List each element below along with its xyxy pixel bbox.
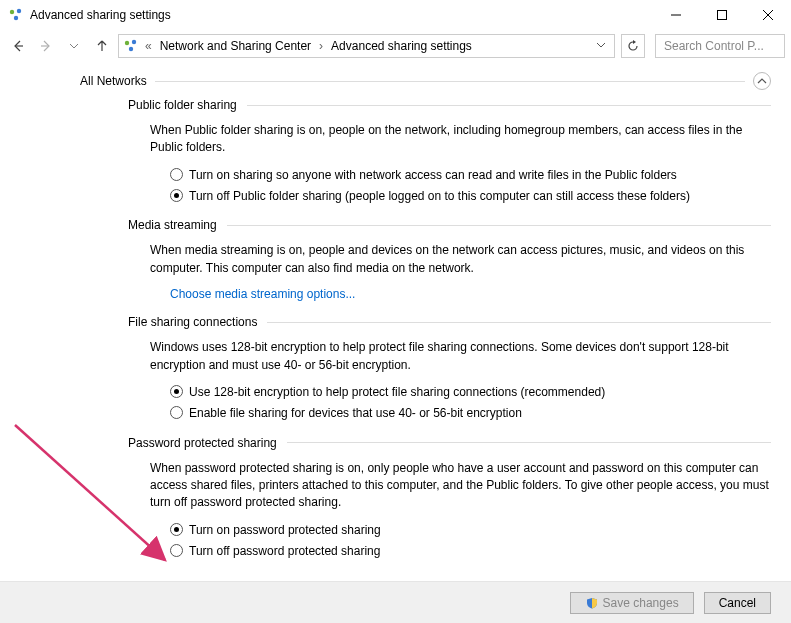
refresh-button[interactable] bbox=[621, 34, 645, 58]
save-changes-button[interactable]: Save changes bbox=[570, 592, 694, 614]
description-text: Windows uses 128-bit encryption to help … bbox=[150, 339, 771, 374]
radio-label: Use 128-bit encryption to help protect f… bbox=[189, 384, 605, 401]
network-icon bbox=[8, 7, 24, 23]
subsection-header: Media streaming bbox=[128, 218, 217, 232]
search-input[interactable] bbox=[662, 38, 778, 54]
breadcrumb-separator: › bbox=[317, 39, 325, 53]
divider bbox=[227, 225, 771, 226]
address-bar[interactable]: « Network and Sharing Center › Advanced … bbox=[118, 34, 615, 58]
cancel-button[interactable]: Cancel bbox=[704, 592, 771, 614]
radio-4056bit[interactable]: Enable file sharing for devices that use… bbox=[170, 405, 771, 422]
svg-point-1 bbox=[17, 9, 21, 13]
up-button[interactable] bbox=[90, 34, 114, 58]
section-label: All Networks bbox=[80, 74, 147, 88]
radio-icon bbox=[170, 168, 183, 181]
radio-icon bbox=[170, 406, 183, 419]
footer: Save changes Cancel bbox=[0, 581, 791, 623]
search-box[interactable] bbox=[655, 34, 785, 58]
shield-icon bbox=[585, 596, 599, 610]
window-title: Advanced sharing settings bbox=[30, 8, 171, 22]
forward-button[interactable] bbox=[34, 34, 58, 58]
breadcrumb-overflow[interactable]: « bbox=[143, 39, 154, 53]
description-text: When media streaming is on, people and d… bbox=[150, 242, 771, 277]
minimize-button[interactable] bbox=[653, 0, 699, 30]
close-button[interactable] bbox=[745, 0, 791, 30]
radio-password-on[interactable]: Turn on password protected sharing bbox=[170, 522, 771, 539]
svg-point-0 bbox=[10, 10, 14, 14]
collapse-button[interactable] bbox=[753, 72, 771, 90]
network-icon bbox=[123, 38, 139, 54]
maximize-button[interactable] bbox=[699, 0, 745, 30]
button-label: Save changes bbox=[603, 596, 679, 610]
divider bbox=[155, 81, 745, 82]
subsection-public-folder: Public folder sharing When Public folder… bbox=[128, 98, 771, 204]
radio-label: Turn off Public folder sharing (people l… bbox=[189, 188, 690, 205]
radio-public-off[interactable]: Turn off Public folder sharing (people l… bbox=[170, 188, 771, 205]
window-controls bbox=[653, 0, 791, 30]
section-all-networks[interactable]: All Networks bbox=[80, 72, 771, 90]
radio-icon bbox=[170, 523, 183, 536]
radio-label: Enable file sharing for devices that use… bbox=[189, 405, 522, 422]
radio-password-off[interactable]: Turn off password protected sharing bbox=[170, 543, 771, 560]
navbar: « Network and Sharing Center › Advanced … bbox=[0, 30, 791, 62]
radio-128bit[interactable]: Use 128-bit encryption to help protect f… bbox=[170, 384, 771, 401]
divider bbox=[247, 105, 771, 106]
divider bbox=[287, 442, 771, 443]
radio-label: Turn on sharing so anyone with network a… bbox=[189, 167, 677, 184]
svg-point-2 bbox=[14, 16, 18, 20]
svg-point-9 bbox=[125, 41, 129, 45]
back-button[interactable] bbox=[6, 34, 30, 58]
radio-label: Turn off password protected sharing bbox=[189, 543, 380, 560]
description-text: When Public folder sharing is on, people… bbox=[150, 122, 771, 157]
description-text: When password protected sharing is on, o… bbox=[150, 460, 771, 512]
radio-public-on[interactable]: Turn on sharing so anyone with network a… bbox=[170, 167, 771, 184]
radio-icon bbox=[170, 189, 183, 202]
svg-point-10 bbox=[132, 40, 136, 44]
subsection-media-streaming: Media streaming When media streaming is … bbox=[128, 218, 771, 301]
breadcrumb-network-sharing-center[interactable]: Network and Sharing Center bbox=[158, 39, 313, 53]
svg-point-11 bbox=[129, 47, 133, 51]
button-label: Cancel bbox=[719, 596, 756, 610]
address-dropdown[interactable] bbox=[592, 39, 610, 53]
subsection-password-sharing: Password protected sharing When password… bbox=[128, 436, 771, 560]
content-area: All Networks Public folder sharing When … bbox=[0, 62, 791, 581]
titlebar: Advanced sharing settings bbox=[0, 0, 791, 30]
divider bbox=[267, 322, 771, 323]
svg-rect-4 bbox=[718, 11, 727, 20]
radio-icon bbox=[170, 544, 183, 557]
radio-label: Turn on password protected sharing bbox=[189, 522, 381, 539]
subsection-header: File sharing connections bbox=[128, 315, 257, 329]
breadcrumb-advanced-sharing[interactable]: Advanced sharing settings bbox=[329, 39, 474, 53]
subsection-header: Public folder sharing bbox=[128, 98, 237, 112]
recent-dropdown[interactable] bbox=[62, 34, 86, 58]
media-streaming-link[interactable]: Choose media streaming options... bbox=[170, 287, 355, 301]
subsection-file-sharing: File sharing connections Windows uses 12… bbox=[128, 315, 771, 421]
radio-icon bbox=[170, 385, 183, 398]
subsection-header: Password protected sharing bbox=[128, 436, 277, 450]
